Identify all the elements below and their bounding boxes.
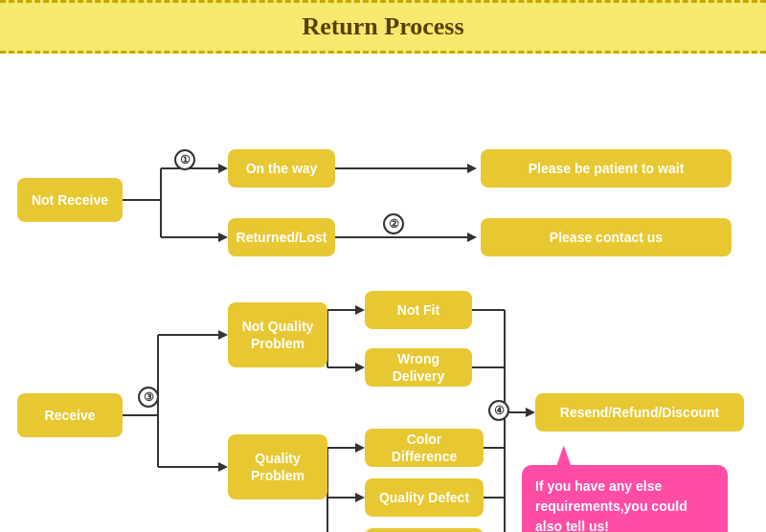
not-receive-box: Not Receive <box>17 178 123 222</box>
svg-marker-22 <box>355 363 365 372</box>
circle-marker-4: ④ <box>488 400 509 421</box>
svg-marker-39 <box>526 408 535 417</box>
circle-marker-3: ③ <box>138 387 159 408</box>
circle-marker-2: ② <box>383 213 404 234</box>
svg-marker-6 <box>218 233 228 242</box>
page-title: Return Process <box>302 12 463 40</box>
wrong-delivery-box: Wrong Delivery <box>365 348 472 387</box>
circle-marker-1: ① <box>174 149 195 170</box>
quality-problem-box: Quality Problem <box>228 434 327 499</box>
speech-bubble: If you have any else requirements,you co… <box>522 465 728 532</box>
not-quality-problem-box: Not Quality Problem <box>228 302 327 367</box>
please-patient-box: Please be patient to wait <box>481 149 732 188</box>
svg-marker-17 <box>218 462 228 472</box>
color-difference-box: Color Difference <box>365 429 484 467</box>
on-the-way-box: On the way <box>228 149 335 188</box>
header: Return Process <box>0 0 766 54</box>
svg-marker-10 <box>467 233 477 242</box>
diagram: Not Receive On the way Returned/Lost Ple… <box>0 54 766 532</box>
svg-marker-27 <box>355 493 365 502</box>
please-contact-box: Please contact us <box>481 218 732 256</box>
returned-lost-box: Returned/Lost <box>228 218 335 256</box>
damage-box: Damage <box>365 528 484 532</box>
svg-marker-8 <box>467 164 477 173</box>
not-fit-box: Not Fit <box>365 291 472 329</box>
resend-refund-box: Resend/Refund/Discount <box>535 393 744 432</box>
receive-box: Receive <box>17 393 123 437</box>
quality-defect-box: Quality Defect <box>365 478 484 517</box>
svg-marker-4 <box>218 164 228 173</box>
svg-marker-25 <box>355 443 365 453</box>
svg-marker-15 <box>218 330 228 340</box>
svg-marker-20 <box>355 305 365 315</box>
